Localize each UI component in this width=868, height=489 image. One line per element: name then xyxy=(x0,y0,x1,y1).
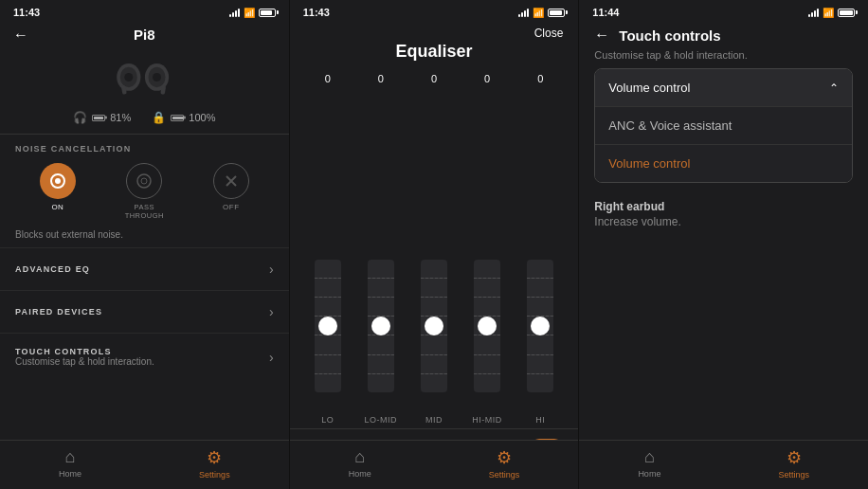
battery-status: 🎧 81% 🔒 100% xyxy=(0,107,289,134)
p1-title: Pi8 xyxy=(134,27,155,43)
battery-icon-3 xyxy=(838,9,855,17)
earbuds-svg xyxy=(110,52,178,101)
chevron-touch-controls: › xyxy=(269,350,274,365)
home-icon-3: ⌂ xyxy=(644,447,655,467)
battery-icon-1 xyxy=(259,9,276,17)
signal-icon-3 xyxy=(808,9,819,17)
eq-val-4: 0 xyxy=(521,73,559,84)
eq-handle-hi[interactable] xyxy=(531,317,550,335)
eq-container: 0 0 0 0 0 xyxy=(290,69,579,428)
eq-handle-lomid[interactable] xyxy=(371,317,390,335)
eq-labels: LO LO-MID MID HI-MID HI xyxy=(301,411,568,428)
noise-off[interactable]: OFF xyxy=(213,163,249,220)
batt-icon-right xyxy=(171,115,184,121)
eq-band-himid[interactable] xyxy=(468,260,506,411)
noise-circle-pass xyxy=(126,163,162,199)
noise-pass-icon xyxy=(136,172,153,190)
p1-header: ← Pi8 xyxy=(0,23,289,45)
dropdown-container: Volume control ⌃ ANC & Voice assistant V… xyxy=(594,68,853,183)
eq-track-hi xyxy=(527,260,553,392)
p2-header: Close xyxy=(290,23,579,40)
option-volume-control[interactable]: Volume control xyxy=(595,144,852,182)
menu-paired-devices[interactable]: PAIRED DEVICES › xyxy=(0,290,289,333)
nav-settings-2[interactable]: ⚙ Settings xyxy=(489,447,520,480)
eq-label-mid: MID xyxy=(415,415,453,425)
option-anc-voice[interactable]: ANC & Voice assistant xyxy=(595,106,852,144)
eq-bars xyxy=(301,88,568,411)
eq-handle-himid[interactable] xyxy=(478,317,497,335)
eq-val-3: 0 xyxy=(468,73,506,84)
nav-home-1[interactable]: ⌂ Home xyxy=(59,447,81,479)
dropdown-selected-label: Volume control xyxy=(608,81,690,95)
close-button[interactable]: Close xyxy=(534,27,564,40)
dropdown-header[interactable]: Volume control ⌃ xyxy=(595,69,852,106)
eq-band-lo[interactable] xyxy=(309,260,347,411)
menu-advanced-eq[interactable]: ADVANCED EQ › xyxy=(0,247,289,290)
right-earbud-section: Right earbud Increase volume. xyxy=(579,189,868,232)
signal-icon-2 xyxy=(518,9,529,17)
eq-label-lo: LO xyxy=(309,415,347,425)
battery-icon-2 xyxy=(548,9,565,17)
noise-off-label: OFF xyxy=(223,203,240,211)
eq-handle-mid[interactable] xyxy=(425,317,443,335)
noise-pass[interactable]: PASSTHROUGH xyxy=(125,163,164,220)
eq-val-0: 0 xyxy=(309,73,347,84)
p3-subtitle: Customise tap & hold interaction. xyxy=(579,45,868,68)
nav-home-3[interactable]: ⌂ Home xyxy=(638,447,660,479)
chevron-up-icon: ⌃ xyxy=(829,82,839,95)
touch-controls-text-group: TOUCH CONTROLS Customise tap & hold inte… xyxy=(15,347,154,367)
status-icons-1: 📶 xyxy=(229,8,276,18)
nav-settings-1[interactable]: ⚙ Settings xyxy=(199,447,230,480)
nav-home-label-1: Home xyxy=(59,469,81,479)
eq-band-lomid[interactable] xyxy=(362,260,400,411)
home-icon-2: ⌂ xyxy=(354,447,365,467)
eq-track-himid xyxy=(474,260,500,392)
nav-home-label-3: Home xyxy=(638,469,660,479)
status-icons-3: 📶 xyxy=(808,8,855,18)
signal-icon-1 xyxy=(229,9,240,17)
noise-section-label: NOISE CANCELLATION xyxy=(0,135,289,159)
nav-settings-3[interactable]: ⚙ Settings xyxy=(778,447,809,480)
eq-band-mid[interactable] xyxy=(415,260,453,411)
status-bar-1: 11:43 📶 xyxy=(0,0,289,23)
bottom-nav-2: ⌂ Home ⚙ Settings xyxy=(290,440,579,489)
svg-point-2 xyxy=(125,73,134,82)
eq-label-hi: HI xyxy=(521,415,559,425)
headphone-image xyxy=(0,45,289,107)
status-icons-2: 📶 xyxy=(518,8,565,18)
svg-point-11 xyxy=(141,178,147,184)
wifi-icon-3: 📶 xyxy=(823,8,834,18)
headphone-icon: 🎧 xyxy=(73,111,87,124)
svg-point-5 xyxy=(153,73,161,82)
equaliser-title: Equaliser xyxy=(290,40,579,69)
panel-pi8: 11:43 📶 ← Pi8 xyxy=(0,0,289,489)
noise-on-label: ON xyxy=(51,203,63,211)
batt-icon-left xyxy=(92,115,105,121)
p3-title: Touch controls xyxy=(619,27,720,44)
eq-values: 0 0 0 0 0 xyxy=(301,69,568,88)
back-button-3[interactable]: ← xyxy=(594,27,609,44)
eq-label-himid: HI-MID xyxy=(468,415,506,425)
noise-on[interactable]: ON xyxy=(40,163,76,220)
nav-settings-label-1: Settings xyxy=(199,470,230,480)
bottom-nav-1: ⌂ Home ⚙ Settings xyxy=(0,440,289,489)
noise-circle-off xyxy=(213,163,249,199)
eq-handle-lo[interactable] xyxy=(318,317,337,335)
panel-touch-controls: 11:44 📶 ← Touch controls Customise tap &… xyxy=(578,0,868,489)
status-bar-2: 11:43 📶 xyxy=(290,0,579,23)
touch-controls-sub: Customise tap & hold interaction. xyxy=(15,356,154,367)
bottom-nav-3: ⌂ Home ⚙ Settings xyxy=(579,440,868,489)
wifi-icon-1: 📶 xyxy=(244,8,255,18)
noise-off-icon xyxy=(223,172,240,190)
noise-on-icon xyxy=(49,172,66,190)
menu-touch-controls[interactable]: TOUCH CONTROLS Customise tap & hold inte… xyxy=(0,333,289,380)
touch-controls-label: TOUCH CONTROLS xyxy=(15,347,154,356)
eq-band-hi[interactable] xyxy=(521,260,559,411)
back-button-1[interactable]: ← xyxy=(13,27,28,44)
settings-icon-1: ⚙ xyxy=(207,447,222,468)
nav-home-2[interactable]: ⌂ Home xyxy=(349,447,371,479)
noise-pass-label: PASSTHROUGH xyxy=(125,203,164,220)
advanced-eq-label: ADVANCED EQ xyxy=(15,264,90,274)
eq-track-lomid xyxy=(368,260,394,392)
paired-devices-label: PAIRED DEVICES xyxy=(15,307,102,317)
